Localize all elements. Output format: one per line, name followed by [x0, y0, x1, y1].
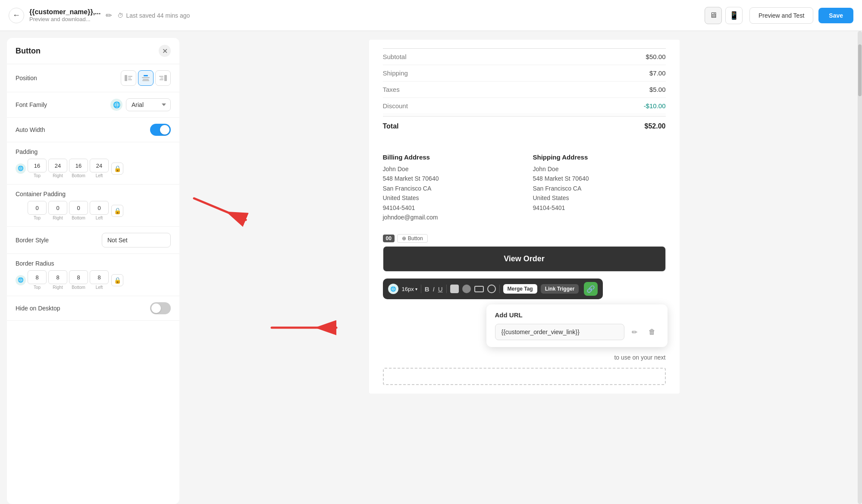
- close-panel-button[interactable]: ✕: [159, 45, 171, 57]
- padding-row: Padding 🌐 Top Right Bottom: [7, 142, 179, 185]
- shipping-value: $7.00: [649, 69, 666, 77]
- svg-rect-1: [128, 76, 132, 77]
- last-saved-status: ⏱ Last saved 44 mins ago: [117, 12, 190, 19]
- padding-bottom-label: Bottom: [72, 173, 85, 178]
- preview-and-test-button[interactable]: Preview and Test: [749, 7, 813, 24]
- container-padding-right-input[interactable]: [48, 201, 67, 215]
- toolbar-separator-1: [421, 285, 421, 293]
- link-icon-button[interactable]: 🔗: [584, 282, 598, 296]
- underline-button[interactable]: U: [438, 285, 443, 293]
- border-style-select[interactable]: Not Set Solid Dashed Dotted: [102, 233, 171, 247]
- svg-rect-3: [128, 79, 132, 80]
- border-radius-top-input[interactable]: [28, 270, 47, 284]
- border-radius-bottom-input[interactable]: [69, 270, 88, 284]
- border-radius-left-field: Left: [90, 270, 109, 290]
- move-icon: ⊕: [402, 235, 406, 241]
- hide-desktop-toggle[interactable]: [150, 302, 171, 314]
- container-padding-top-field: Top: [28, 201, 47, 220]
- padding-top-input[interactable]: [28, 159, 47, 172]
- edit-icon[interactable]: ✏: [106, 11, 112, 20]
- container-padding-top-input[interactable]: [28, 201, 47, 215]
- url-edit-button[interactable]: ✏: [628, 325, 642, 339]
- border-radius-lock-button[interactable]: 🔒: [111, 274, 123, 286]
- merge-tag-button[interactable]: Merge Tag: [503, 284, 537, 294]
- padding-right-input[interactable]: [48, 159, 67, 172]
- link-trigger-button[interactable]: Link Trigger: [541, 284, 579, 294]
- header: ← {{customer_name}},... Preview and down…: [0, 0, 862, 31]
- shipping-row: Shipping $7.00: [383, 65, 666, 81]
- auto-width-toggle[interactable]: [150, 124, 171, 136]
- floating-toolbar: 🌐 16px ▾ B I U Merge Tag Link Trigger 🔗: [383, 279, 603, 299]
- shape-circle-button[interactable]: [487, 285, 496, 293]
- button-section: View Order: [369, 246, 680, 279]
- padding-left-input[interactable]: [90, 159, 109, 172]
- scrollbar-thumb[interactable]: [858, 44, 862, 96]
- panel-header: Button ✕: [7, 38, 179, 64]
- svg-rect-4: [144, 75, 148, 76]
- padding-bottom-input[interactable]: [69, 159, 88, 172]
- svg-rect-9: [159, 76, 163, 77]
- padding-left-label: Left: [96, 173, 103, 178]
- url-input[interactable]: [495, 324, 624, 340]
- toolbar-globe-icon: 🌐: [388, 284, 398, 294]
- order-summary: Subtotal $50.00 Shipping $7.00 Taxes $5.…: [369, 40, 680, 145]
- desktop-view-button[interactable]: 🖥: [705, 7, 722, 24]
- border-radius-label: Border Radius: [16, 260, 54, 267]
- text-color-button[interactable]: [450, 285, 459, 293]
- auto-width-row: Auto Width: [7, 118, 179, 142]
- padding-lock-button[interactable]: 🔒: [111, 163, 123, 175]
- border-radius-left-input[interactable]: [90, 270, 109, 284]
- position-row: Position: [7, 64, 179, 92]
- shipping-name: John Doe: [533, 164, 666, 174]
- font-family-select[interactable]: Arial Georgia Helvetica: [126, 98, 171, 111]
- button-element-label[interactable]: ⊕ Button: [397, 234, 428, 243]
- position-buttons: [121, 70, 171, 86]
- view-order-button[interactable]: View Order: [383, 247, 665, 271]
- shipping-city: San Francisco CA: [533, 184, 666, 193]
- container-padding-left-input[interactable]: [90, 201, 109, 215]
- bold-button[interactable]: B: [425, 285, 429, 293]
- subtotal-row: Subtotal $50.00: [383, 48, 666, 65]
- last-saved-text: Last saved 44 mins ago: [126, 12, 190, 19]
- shipping-label: Shipping: [383, 69, 408, 77]
- discount-label: Discount: [383, 102, 408, 110]
- taxes-row: Taxes $5.00: [383, 81, 666, 98]
- shipping-title: Shipping Address: [533, 153, 666, 161]
- border-radius-right-input[interactable]: [48, 270, 67, 284]
- discount-row: Discount -$10.00: [383, 98, 666, 114]
- svg-rect-10: [160, 78, 163, 78]
- position-left-button[interactable]: [121, 70, 136, 86]
- svg-rect-2: [128, 78, 131, 78]
- header-center: 🖥 📱: [705, 7, 743, 24]
- svg-rect-5: [142, 77, 150, 78]
- padding-label: Padding: [16, 148, 38, 155]
- font-family-row: Font Family 🌐 Arial Georgia Helvetica: [7, 92, 179, 118]
- shipping-country: United States: [533, 193, 666, 203]
- discount-value: -$10.00: [644, 102, 666, 110]
- save-button[interactable]: Save: [818, 8, 853, 23]
- border-radius-right-field: Right: [48, 270, 67, 290]
- container-padding-bottom-input[interactable]: [69, 201, 88, 215]
- toolbar-separator-2: [446, 285, 447, 293]
- position-right-button[interactable]: [155, 70, 171, 86]
- back-button[interactable]: ←: [9, 8, 24, 23]
- container-padding-inputs: Top Right Bottom Left 🔒: [16, 201, 123, 220]
- container-padding-lock-button[interactable]: 🔒: [111, 205, 123, 217]
- hide-desktop-label: Hide on Desktop: [16, 305, 60, 312]
- position-center-button[interactable]: [138, 70, 154, 86]
- shipping-street: 548 Market St 70640: [533, 174, 666, 183]
- position-label: Position: [16, 75, 37, 81]
- button-element-toolbar: 00 ⊕ Button: [369, 231, 680, 246]
- address-section: Billing Address John Doe 548 Market St 7…: [369, 145, 680, 231]
- header-title-sub: Preview and download...: [29, 16, 100, 22]
- padding-right-label: Right: [53, 173, 63, 178]
- shape-rect-button[interactable]: [474, 286, 484, 292]
- font-size-control[interactable]: 16px ▾: [402, 286, 417, 292]
- bg-color-button[interactable]: [462, 285, 471, 293]
- mobile-view-button[interactable]: 📱: [725, 7, 743, 24]
- url-delete-button[interactable]: 🗑: [645, 325, 659, 339]
- italic-button[interactable]: I: [433, 285, 435, 293]
- shipping-address: Shipping Address John Doe 548 Market St …: [533, 153, 666, 222]
- font-size-chevron: ▾: [415, 287, 417, 291]
- scrollbar[interactable]: [858, 31, 862, 504]
